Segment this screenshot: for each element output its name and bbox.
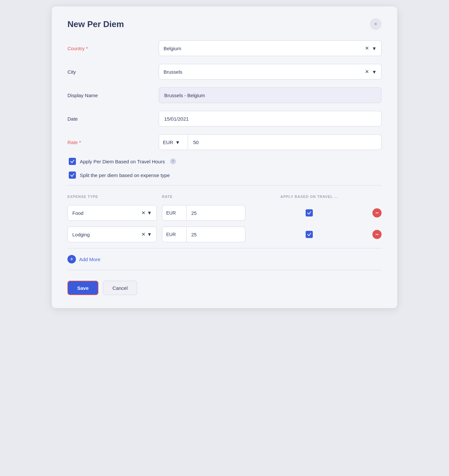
checkmark-icon-2	[70, 173, 75, 177]
date-field	[159, 111, 382, 126]
city-clear-icon[interactable]: ✕	[365, 69, 369, 75]
modal-header: New Per Diem ×	[67, 18, 382, 30]
rate-currency-select[interactable]: EUR ▼	[159, 134, 188, 150]
split-per-diem-checkbox[interactable]	[69, 171, 76, 179]
rate-amount-input[interactable]	[188, 134, 382, 150]
food-select-icons: ✕ ▼	[141, 210, 152, 216]
country-field: Belgium ✕ ▼	[159, 40, 382, 56]
food-remove-icon: −	[375, 210, 379, 216]
food-amount-input[interactable]	[187, 205, 245, 221]
country-value: Belgium	[164, 46, 181, 51]
lodging-amount-input[interactable]	[187, 227, 245, 242]
country-chevron-icon: ▼	[372, 46, 377, 51]
display-name-field	[159, 87, 382, 103]
date-input[interactable]	[159, 111, 382, 126]
city-field: Brussels ✕ ▼	[159, 64, 382, 80]
apply-per-diem-checkbox[interactable]	[69, 158, 76, 165]
lodging-checkmark-icon	[307, 232, 311, 237]
city-select-icons: ✕ ▼	[365, 69, 377, 75]
city-chevron-icon: ▼	[372, 69, 377, 75]
city-row: City Brussels ✕ ▼	[67, 64, 382, 80]
country-label: Country	[67, 46, 159, 51]
rate-label: Rate	[67, 140, 159, 145]
new-per-diem-modal: New Per Diem × Country Belgium ✕ ▼ City …	[52, 7, 397, 308]
display-name-label: Display Name	[67, 93, 159, 98]
split-per-diem-label: Split the per diem based on expense type	[80, 172, 170, 178]
close-icon: ×	[374, 21, 377, 27]
expense-row-lodging: Lodging ✕ ▼ EUR −	[67, 227, 382, 242]
lodging-type-value: Lodging	[72, 232, 90, 237]
city-value: Brussels	[164, 69, 182, 75]
date-label: Date	[67, 116, 159, 122]
country-clear-icon[interactable]: ✕	[365, 45, 369, 51]
divider-3	[67, 270, 382, 270]
rate-currency-value: EUR	[163, 140, 173, 145]
cancel-button[interactable]: Cancel	[103, 281, 137, 295]
expense-table-header: EXPENSE TYPE RATE APPLY BASED ON TRAVEL …	[67, 192, 382, 201]
divider-1	[67, 185, 382, 186]
country-row: Country Belgium ✕ ▼	[67, 40, 382, 56]
expense-type-header: EXPENSE TYPE	[67, 195, 162, 199]
food-type-select[interactable]: Food ✕ ▼	[67, 205, 157, 221]
add-more-row[interactable]: + Add More	[67, 255, 382, 263]
expense-row-food: Food ✕ ▼ EUR −	[67, 205, 382, 221]
apply-based-header: APPLY BASED ON TRAVEL ...	[250, 195, 369, 199]
food-checkmark-icon	[307, 211, 311, 215]
lodging-clear-icon[interactable]: ✕	[141, 231, 146, 237]
remove-header	[369, 195, 382, 199]
date-row: Date	[67, 111, 382, 126]
food-apply-checkbox[interactable]	[306, 209, 313, 216]
lodging-remove-col: −	[369, 230, 382, 239]
city-select[interactable]: Brussels ✕ ▼	[159, 64, 382, 80]
city-label: City	[67, 69, 159, 75]
lodging-currency: EUR	[162, 227, 187, 242]
lodging-remove-button[interactable]: −	[372, 230, 382, 239]
lodging-select-icons: ✕ ▼	[141, 231, 152, 237]
add-more-icon: +	[67, 255, 76, 263]
food-type-value: Food	[72, 210, 83, 216]
rate-header: RATE	[162, 195, 250, 199]
lodging-type-select[interactable]: Lodging ✕ ▼	[67, 227, 157, 242]
lodging-apply-checkbox[interactable]	[306, 231, 313, 238]
apply-per-diem-row: Apply Per Diem Based on Travel Hours ?	[67, 158, 382, 165]
checkmark-icon	[70, 159, 75, 164]
food-remove-button[interactable]: −	[372, 208, 382, 217]
rate-field: EUR ▼	[159, 134, 382, 150]
apply-per-diem-label: Apply Per Diem Based on Travel Hours	[80, 159, 165, 164]
add-more-label: Add More	[79, 257, 100, 262]
divider-2	[67, 248, 382, 248]
country-select-icons: ✕ ▼	[365, 45, 377, 51]
lodging-rate-group: EUR	[162, 227, 242, 242]
food-remove-col: −	[369, 208, 382, 217]
food-apply-col	[250, 209, 369, 216]
save-button[interactable]: Save	[67, 281, 98, 295]
rate-input-group: EUR ▼	[159, 134, 382, 150]
help-icon[interactable]: ?	[170, 158, 176, 164]
country-select[interactable]: Belgium ✕ ▼	[159, 40, 382, 56]
food-clear-icon[interactable]: ✕	[141, 210, 146, 216]
lodging-remove-icon: −	[375, 231, 379, 237]
footer-buttons: Save Cancel	[67, 277, 382, 295]
display-name-row: Display Name	[67, 87, 382, 103]
close-button[interactable]: ×	[370, 18, 382, 30]
lodging-apply-col	[250, 231, 369, 238]
rate-row: Rate EUR ▼	[67, 134, 382, 150]
modal-title: New Per Diem	[67, 19, 124, 29]
food-rate-group: EUR	[162, 205, 242, 221]
rate-currency-chevron-icon: ▼	[175, 140, 180, 145]
food-chevron-icon: ▼	[147, 210, 152, 216]
food-currency: EUR	[162, 205, 187, 221]
lodging-chevron-icon: ▼	[147, 231, 152, 237]
split-per-diem-row: Split the per diem based on expense type	[67, 171, 382, 179]
display-name-input[interactable]	[159, 87, 382, 103]
